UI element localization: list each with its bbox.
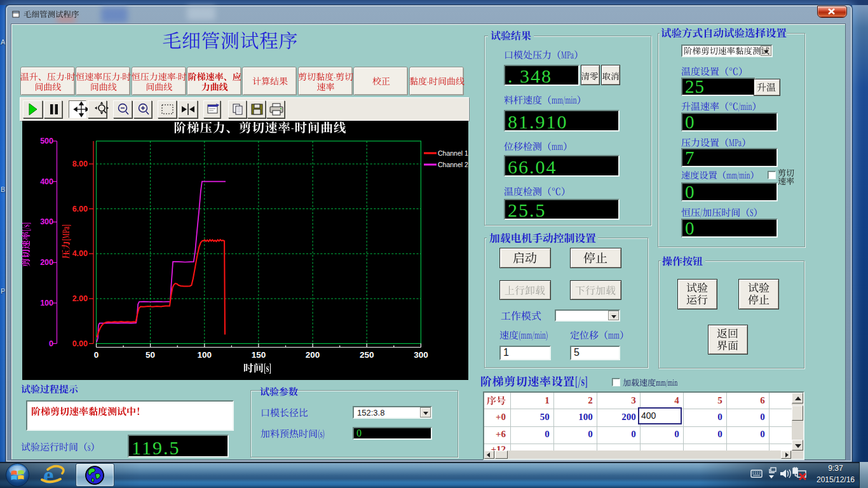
svg-text:0.00: 0.00: [72, 339, 88, 348]
svg-text:200: 200: [306, 350, 320, 360]
svg-text:50: 50: [146, 350, 155, 360]
svg-text:500: 500: [40, 137, 53, 146]
svg-text:150: 150: [252, 350, 266, 360]
svg-text:100: 100: [198, 350, 212, 360]
svg-text:250: 250: [360, 350, 374, 360]
svg-text:200: 200: [40, 258, 53, 267]
svg-text:Channel 2: Channel 2: [438, 161, 468, 168]
svg-text:0: 0: [94, 350, 99, 360]
svg-text:2.00: 2.00: [72, 294, 88, 303]
svg-text:8.00: 8.00: [72, 159, 88, 168]
svg-text:6.00: 6.00: [72, 205, 88, 214]
svg-text:400: 400: [40, 177, 53, 186]
svg-text:4.00: 4.00: [72, 249, 88, 258]
svg-text:100: 100: [40, 299, 53, 308]
svg-text:300: 300: [40, 217, 53, 226]
svg-text:Channel 1: Channel 1: [438, 149, 468, 157]
svg-text:300: 300: [414, 350, 428, 360]
svg-text:0: 0: [49, 339, 53, 348]
